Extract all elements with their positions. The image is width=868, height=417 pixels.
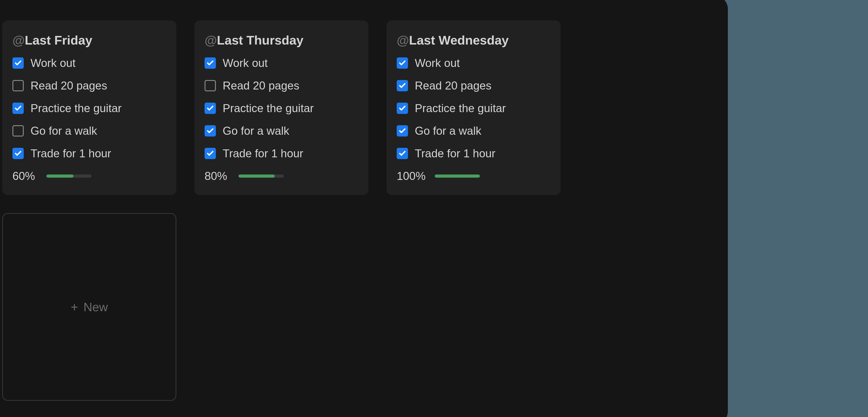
progress-bar [46,174,92,178]
day-title: @Last Thursday [205,33,358,47]
todo-item: Read 20 pages [397,79,550,92]
check-icon [14,150,22,157]
checkbox-checked[interactable] [205,103,216,114]
todo-label: Practice the guitar [223,102,314,115]
checkbox-checked[interactable] [397,148,408,159]
checkbox-unchecked[interactable] [12,125,24,136]
progress-percent: 100% [397,169,426,183]
at-sign: @ [12,33,25,47]
day-title-text: Last Thursday [217,33,304,47]
checkbox-checked[interactable] [205,57,216,69]
checkbox-checked[interactable] [12,148,24,159]
day-card-wednesday[interactable]: @Last Wednesday Work out Read 20 pages P… [386,20,561,195]
todo-label: Go for a walk [223,124,289,137]
checkbox-unchecked[interactable] [12,80,24,91]
cards-row-2: August 19, 2024 Work out Read 20 pages P… [0,213,708,401]
check-icon [399,150,406,157]
todo-item: Trade for 1 hour [205,147,358,160]
day-card-friday[interactable]: @Last Friday Work out Read 20 pages Prac… [2,20,176,195]
progress-fill [46,174,73,178]
checkbox-unchecked[interactable] [205,80,216,91]
progress-bar [435,174,480,178]
todo-label: Go for a walk [31,124,97,137]
todo-item: Go for a walk [12,124,166,137]
check-icon [206,127,214,135]
day-card-thursday[interactable]: @Last Thursday Work out Read 20 pages Pr… [194,20,368,195]
todo-item: Practice the guitar [397,102,550,115]
todo-label: Practice the guitar [31,102,122,115]
todo-item: Read 20 pages [12,79,166,92]
progress-percent: 80% [205,169,229,183]
day-title: @Last Wednesday [397,33,550,47]
todo-item: Practice the guitar [12,102,166,115]
todo-label: Work out [415,57,460,70]
progress-row: 60% [12,169,166,183]
todo-label: Work out [31,57,75,70]
check-icon [206,59,214,67]
check-icon [399,104,406,112]
progress-fill [239,174,275,178]
todo-label: Read 20 pages [415,79,491,92]
day-title-text: Last Friday [25,33,92,47]
check-icon [399,82,406,90]
todo-item: Work out [397,57,550,70]
todo-item: Trade for 1 hour [12,147,166,160]
checkbox-checked[interactable] [397,125,408,136]
todo-item: Trade for 1 hour [397,147,550,160]
at-sign: @ [205,33,217,47]
progress-row: 100% [397,169,550,183]
checkbox-checked[interactable] [205,148,216,159]
at-sign: @ [397,33,409,47]
todo-label: Trade for 1 hour [31,147,111,160]
progress-fill [435,174,480,178]
app-window: @Saturday Work out Read 20 pages Practic… [0,0,728,417]
check-icon [399,127,406,135]
todo-label: Read 20 pages [31,79,107,92]
check-icon [206,150,214,157]
checkbox-checked[interactable] [397,57,408,69]
todo-item: Work out [12,57,166,70]
checkbox-checked[interactable] [12,57,24,69]
new-label: New [84,300,108,314]
todo-item: Work out [205,57,358,70]
todo-item: Go for a walk [397,124,550,137]
check-icon [14,104,22,112]
todo-label: Practice the guitar [415,102,506,115]
checkbox-checked[interactable] [12,103,24,114]
new-card-button[interactable]: + New [2,213,176,401]
checkbox-checked[interactable] [397,80,408,91]
check-icon [206,104,214,112]
todo-item: Practice the guitar [205,102,358,115]
progress-bar [239,174,284,178]
progress-row: 80% [205,169,358,183]
todo-label: Trade for 1 hour [415,147,495,160]
check-icon [14,59,22,67]
todo-label: Go for a walk [415,124,482,137]
todo-label: Read 20 pages [223,79,299,92]
checkbox-checked[interactable] [397,103,408,114]
day-title: @Last Friday [12,33,166,47]
progress-percent: 60% [12,169,37,183]
todo-item: Go for a walk [205,124,358,137]
checkbox-checked[interactable] [205,125,216,136]
day-title-text: Last Wednesday [409,33,509,47]
check-icon [399,59,406,67]
todo-label: Trade for 1 hour [223,147,303,160]
todo-label: Work out [223,57,268,70]
todo-item: Read 20 pages [205,79,358,92]
plus-icon: + [71,300,78,314]
cards-row-1: @Saturday Work out Read 20 pages Practic… [0,20,708,195]
